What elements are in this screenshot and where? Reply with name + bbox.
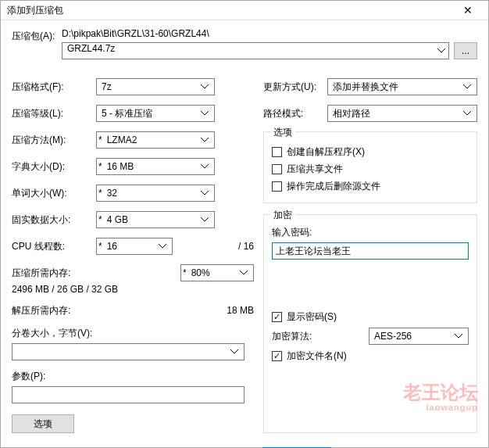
decompress-mem-value: 18 MB	[227, 303, 254, 318]
sfx-label: 创建自解压程序(X)	[287, 145, 365, 159]
browse-button[interactable]: ...	[454, 42, 477, 59]
word-label: 单词大小(W):	[12, 187, 96, 200]
param-label: 参数(P):	[12, 370, 254, 383]
main-grid: 压缩格式(F): 7z 压缩等级(L): 5 - 标准压缩 压缩方法(M):	[12, 73, 477, 433]
format-label: 压缩格式(F):	[12, 81, 96, 94]
chevron-down-icon	[198, 81, 211, 93]
sfx-checkbox[interactable]	[272, 147, 282, 157]
format-select[interactable]: 7z	[96, 78, 215, 95]
chevron-down-icon	[452, 330, 465, 342]
chevron-down-icon	[237, 267, 250, 279]
show-password-label: 显示密码(S)	[287, 310, 337, 324]
delete-label: 操作完成后删除源文件	[287, 180, 380, 193]
archive-right: D:\pikpak\Bit\GRZL\31-60\GRZL44\ GRZL44.…	[62, 28, 477, 59]
algo-select[interactable]: AES-256	[369, 328, 469, 345]
word-value: 32	[107, 188, 117, 199]
cpu-label: CPU 线程数:	[12, 240, 96, 253]
star-icon: *	[98, 188, 102, 199]
chevron-down-icon	[198, 107, 211, 120]
decompress-mem-label: 解压所需内存:	[12, 303, 70, 318]
chevron-down-icon	[461, 107, 473, 120]
window-title: 添加到压缩包	[7, 4, 454, 17]
update-label: 更新方式(U):	[263, 81, 327, 94]
solid-value: 4 GB	[107, 214, 128, 225]
dict-label: 字典大小(D):	[12, 160, 96, 174]
mem-pct-select[interactable]: *80%	[180, 264, 254, 281]
update-value: 添加并替换文件	[333, 81, 398, 94]
encrypt-names-checkbox[interactable]	[272, 351, 282, 361]
archive-name-combo[interactable]: GRZL44.7z	[62, 42, 433, 59]
cpu-total: / 16	[180, 241, 254, 252]
pathmode-select[interactable]: 相对路径	[327, 105, 477, 122]
pathmode-label: 路径模式:	[263, 107, 327, 120]
options-group-title: 选项	[270, 126, 295, 139]
password-input[interactable]	[272, 242, 469, 260]
options-button[interactable]: 选项	[12, 414, 74, 433]
star-icon: *	[98, 134, 102, 145]
dialog-window: 添加到压缩包 ✕ 压缩包(A): D:\pikpak\Bit\GRZL\31-6…	[0, 0, 489, 448]
right-column: 更新方式(U): 添加并替换文件 路径模式: 相对路径 选项	[263, 73, 477, 433]
dict-value: 16 MB	[107, 161, 134, 172]
pathmode-value: 相对路径	[333, 107, 370, 120]
algo-label: 加密算法:	[272, 330, 312, 343]
shared-checkbox[interactable]	[272, 164, 282, 174]
left-column: 压缩格式(F): 7z 压缩等级(L): 5 - 标准压缩 压缩方法(M):	[12, 73, 254, 433]
close-icon[interactable]: ✕	[454, 1, 482, 20]
archive-label: 压缩包(A):	[12, 28, 55, 43]
star-icon: *	[183, 267, 187, 278]
archive-name-value: GRZL44.7z	[67, 43, 115, 54]
chevron-down-icon	[198, 160, 211, 173]
archive-path: D:\pikpak\Bit\GRZL\31-60\GRZL44\	[62, 28, 477, 39]
password-label: 输入密码:	[272, 226, 469, 239]
compress-mem-label: 压缩所需内存:	[12, 265, 70, 281]
update-select[interactable]: 添加并替换文件	[327, 78, 477, 95]
solid-label: 固实数据大小:	[12, 213, 96, 227]
solid-select[interactable]: *4 GB	[96, 211, 215, 228]
word-select[interactable]: *32	[96, 185, 215, 202]
show-password-checkbox[interactable]	[272, 312, 282, 322]
chevron-down-icon	[461, 81, 473, 93]
archive-path-row: 压缩包(A): D:\pikpak\Bit\GRZL\31-60\GRZL44\…	[12, 28, 477, 59]
encryption-group-title: 加密	[270, 209, 295, 222]
dict-select[interactable]: *16 MB	[96, 158, 215, 175]
chevron-down-icon	[228, 346, 241, 358]
method-label: 压缩方法(M):	[12, 134, 96, 147]
level-select[interactable]: 5 - 标准压缩	[96, 105, 215, 122]
archive-name-row: GRZL44.7z ...	[62, 42, 477, 59]
param-input[interactable]	[12, 386, 244, 403]
encrypt-names-label: 加密文件名(N)	[287, 349, 347, 363]
titlebar: 添加到压缩包 ✕	[1, 1, 488, 20]
dialog-content: 压缩包(A): D:\pikpak\Bit\GRZL\31-60\GRZL44\…	[1, 20, 488, 439]
delete-checkbox[interactable]	[272, 181, 282, 192]
format-value: 7z	[102, 81, 112, 92]
cpu-value: 16	[107, 241, 117, 252]
method-value: LZMA2	[107, 134, 137, 145]
method-select[interactable]: *LZMA2	[96, 131, 215, 149]
shared-label: 压缩共享文件	[287, 163, 343, 176]
cpu-select[interactable]: *16	[96, 238, 173, 255]
chevron-down-icon	[198, 187, 211, 199]
star-icon: *	[98, 241, 102, 252]
encryption-group: 加密 输入密码: 显示密码(S) 加密算法: AES-256	[263, 214, 477, 433]
memory-info: 压缩所需内存: *80% 2496 MB / 26 GB / 32 GB 解压所…	[12, 264, 254, 319]
level-label: 压缩等级(L):	[12, 107, 96, 120]
star-icon: *	[98, 161, 102, 172]
archive-name-chevron[interactable]	[432, 42, 449, 59]
chevron-down-icon	[198, 213, 211, 226]
dialog-footer: 确定 取消 帮助	[1, 439, 488, 448]
volume-select[interactable]	[12, 343, 244, 360]
volume-label: 分卷大小，字节(V):	[12, 327, 92, 340]
chevron-down-icon	[156, 240, 169, 253]
chevron-down-icon	[435, 45, 448, 57]
mem-pct-value: 80%	[191, 267, 210, 278]
options-group: 选项 创建自解压程序(X) 压缩共享文件 操作完成后删除源文件	[263, 131, 477, 203]
star-icon: *	[98, 214, 102, 225]
level-value: 5 - 标准压缩	[102, 107, 152, 120]
chevron-down-icon	[198, 134, 211, 146]
compress-mem-value: 2496 MB / 26 GB / 32 GB	[12, 281, 254, 297]
algo-value: AES-256	[374, 331, 412, 342]
